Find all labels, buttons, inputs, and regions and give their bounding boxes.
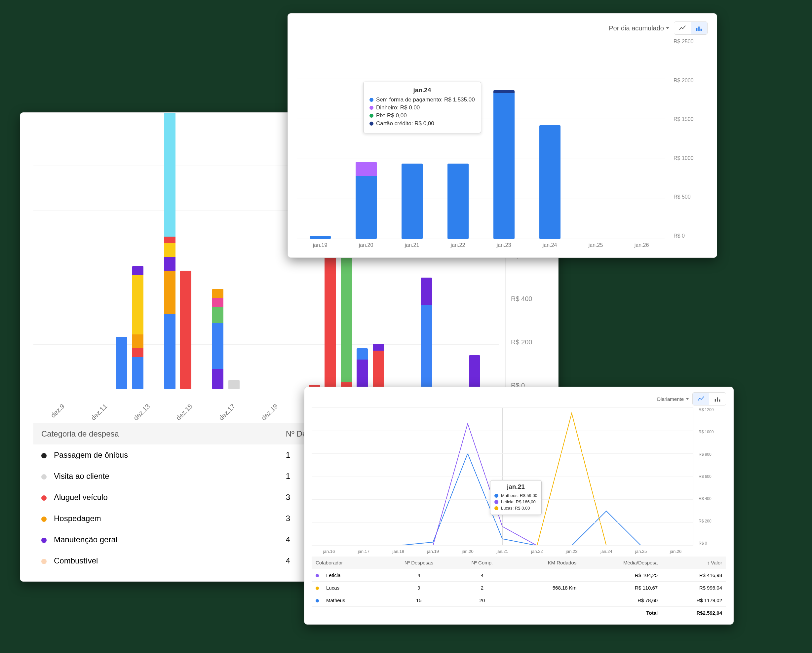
cell-ncomp: 2 <box>454 581 510 594</box>
cell-ncomp: 4 <box>454 569 510 581</box>
col-category[interactable]: Categoria de despesa <box>34 423 278 444</box>
dropdown-label: Diariamente <box>657 396 684 402</box>
bar-jan.22[interactable] <box>447 163 469 239</box>
chart-type-toggle <box>674 21 708 35</box>
bar-jan.19[interactable] <box>310 236 331 239</box>
bar-chart-icon <box>714 395 721 403</box>
bar-jan.23[interactable] <box>493 90 514 239</box>
bar-dez.28[interactable] <box>341 246 352 389</box>
sort-asc-icon: ↑ <box>707 560 710 565</box>
collaborator-dot-icon <box>316 587 319 590</box>
category-name: Visita ao cliente <box>54 471 109 481</box>
collaborator-table: Colaborador Nº Despesas Nº Comp. KM Roda… <box>311 557 726 619</box>
category-name: Passagem de ônibus <box>54 450 128 459</box>
svg-rect-1 <box>698 26 700 31</box>
tooltip-row: Leticia: R$ 166,00 <box>495 499 537 504</box>
col-valor[interactable]: ↑Valor <box>662 557 726 569</box>
line-chart-icon <box>679 24 686 32</box>
chart-tooltip: jan.21Matheus: R$ 59,00Leticia: R$ 166,0… <box>490 480 542 515</box>
collaborator-row[interactable]: Lucas92568,18 KmR$ 110,67R$ 996,04 <box>311 581 726 594</box>
bar-dez.18[interactable] <box>180 271 191 389</box>
cell-media: R$ 104,25 <box>580 569 662 581</box>
collaborator-line-chart: jan.21Matheus: R$ 59,00Leticia: R$ 166,0… <box>311 407 726 546</box>
tooltip-row: Lucas: R$ 0,00 <box>495 506 537 511</box>
tooltip-row: Matheus: R$ 59,00 <box>495 493 537 498</box>
collaborator-dot-icon <box>316 574 319 577</box>
col-km[interactable]: KM Rodados <box>510 557 580 569</box>
category-dot-icon <box>41 474 47 479</box>
collaborator-row[interactable]: Leticia44R$ 104,25R$ 416,98 <box>311 569 726 581</box>
category-dot-icon <box>41 453 47 458</box>
cell-km <box>510 569 580 581</box>
tooltip-row: Sem forma de pagamento: R$ 1.535,00 <box>369 96 475 103</box>
cell-ncomp: 20 <box>454 594 510 607</box>
cell-km: 568,18 Km <box>510 581 580 594</box>
bar-jan.21[interactable] <box>401 163 423 239</box>
line-chart-toggle[interactable] <box>674 22 691 34</box>
collaborator-name: Lucas <box>326 585 339 590</box>
chart-type-toggle <box>692 392 726 406</box>
svg-rect-0 <box>696 28 698 31</box>
bar-dez.29[interactable] <box>357 348 368 389</box>
category-dot-icon <box>41 538 47 543</box>
line-chart-icon <box>698 395 705 403</box>
bar-jan.20[interactable] <box>356 162 377 239</box>
total-valor: R$2.592,04 <box>662 607 726 619</box>
collaborator-dot-icon <box>316 599 319 603</box>
bar-dez.30[interactable] <box>373 344 384 389</box>
bar-dez.17[interactable] <box>164 112 176 389</box>
collaborator-name: Leticia <box>326 572 340 578</box>
bar-dez.21[interactable] <box>228 380 240 389</box>
bar-jan.24[interactable] <box>539 125 560 239</box>
cell-valor: R$ 996,04 <box>662 581 726 594</box>
chevron-down-icon <box>686 398 689 400</box>
col-media[interactable]: Média/Despesa <box>580 557 662 569</box>
category-name: Hospedagem <box>54 514 101 523</box>
period-dropdown[interactable]: Diariamente <box>657 396 689 402</box>
bar-dez.14[interactable] <box>116 337 127 389</box>
category-name: Aluguel veículo <box>54 493 108 502</box>
bar-dez.15[interactable] <box>132 266 143 389</box>
bar-chart-toggle[interactable] <box>709 393 726 405</box>
cell-ndespesas: 15 <box>384 594 454 607</box>
cell-valor: R$ 416,98 <box>662 569 726 581</box>
col-ndespesas[interactable]: Nº Despesas <box>384 557 454 569</box>
line-chart-toggle[interactable] <box>693 393 709 405</box>
bar-jan.2[interactable] <box>421 278 432 389</box>
series-dot-icon <box>369 98 374 102</box>
tooltip-row: Dinheiro: R$ 0,00 <box>369 104 475 111</box>
category-name: Combustível <box>54 556 98 565</box>
card-by-collaborator: Diariamente jan.21Matheus: R$ 59,00Letic… <box>304 387 734 625</box>
cell-ndespesas: 9 <box>384 581 454 594</box>
bar-jan.5[interactable] <box>469 355 480 390</box>
col-colaborador[interactable]: Colaborador <box>311 557 384 569</box>
y-axis-ticks: R$ 1200R$ 1000R$ 800R$ 600R$ 400R$ 200R$… <box>693 407 726 546</box>
cell-valor: R$ 1179,02 <box>662 594 726 607</box>
y-axis-ticks: R$ 2500R$ 2000R$ 1500R$ 1000R$ 500R$ 0 <box>668 39 708 239</box>
total-label: Total <box>580 607 662 619</box>
period-dropdown[interactable]: Por dia acumulado <box>609 24 669 32</box>
collaborator-name: Matheus <box>326 598 345 603</box>
category-dot-icon <box>41 559 47 564</box>
bar-chart-toggle[interactable] <box>691 22 707 34</box>
cell-km <box>510 594 580 607</box>
svg-rect-3 <box>715 399 716 401</box>
cell-media: R$ 110,67 <box>580 581 662 594</box>
svg-rect-5 <box>719 400 720 401</box>
col-ncomp[interactable]: Nº Comp. <box>454 557 510 569</box>
series-dot-icon <box>495 500 498 504</box>
svg-rect-2 <box>701 29 702 31</box>
cell-media: R$ 78,60 <box>580 594 662 607</box>
category-dot-icon <box>41 495 47 500</box>
card-accumulated-by-payment: Por dia acumulado jan.24Sem forma de pag… <box>287 13 717 258</box>
accumulated-bar-chart: jan.24Sem forma de pagamento: R$ 1.535,0… <box>297 39 708 239</box>
tooltip-title: jan.21 <box>495 483 537 490</box>
series-dot-icon <box>495 506 498 510</box>
collaborator-row[interactable]: Matheus1520R$ 78,60R$ 1179,02 <box>311 594 726 607</box>
dropdown-label: Por dia acumulado <box>609 24 664 32</box>
x-axis-ticks: jan.16jan.17jan.18jan.19jan.20jan.21jan.… <box>311 546 726 555</box>
tooltip-row: Cartão crédito: R$ 0,00 <box>369 120 475 127</box>
total-row: TotalR$2.592,04 <box>311 607 726 619</box>
x-axis-ticks: jan.19jan.20jan.21jan.22jan.23jan.24jan.… <box>297 239 708 250</box>
bar-dez.20[interactable] <box>212 289 223 389</box>
